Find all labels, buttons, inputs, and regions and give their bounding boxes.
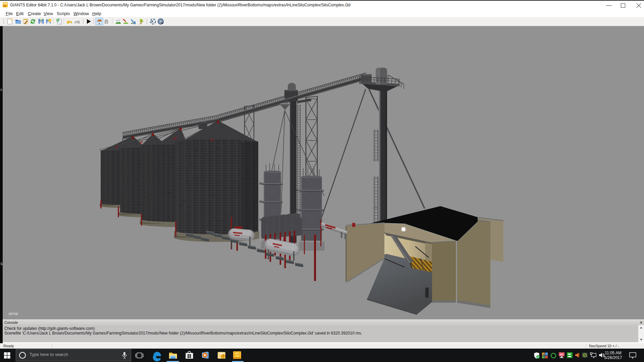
svg-text:SC: SC [560, 353, 564, 356]
